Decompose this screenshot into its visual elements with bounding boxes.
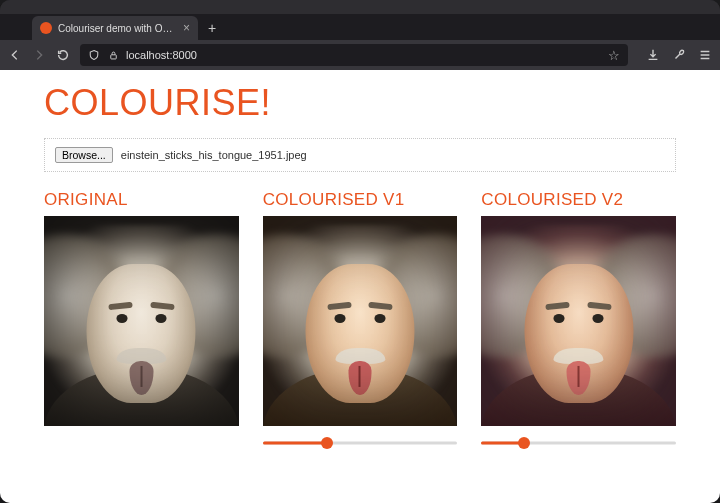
browser-window: Colouriser demo with OpenVIN… × + localh… (0, 0, 720, 503)
tab-close-icon[interactable]: × (183, 21, 190, 35)
new-tab-button[interactable]: + (198, 16, 226, 40)
column-v1: COLOURISED V1 (263, 190, 458, 450)
v1-slider[interactable] (263, 436, 458, 450)
window-titlebar (0, 0, 720, 14)
v2-heading: COLOURISED V2 (481, 190, 676, 210)
v2-image (481, 216, 676, 426)
browse-button[interactable]: Browse... (55, 147, 113, 163)
selected-filename: einstein_sticks_his_tongue_1951.jpeg (121, 149, 307, 161)
v1-image (263, 216, 458, 426)
ubuntu-favicon-icon (40, 22, 52, 34)
v1-heading: COLOURISED V1 (263, 190, 458, 210)
slider-thumb-icon[interactable] (321, 437, 333, 449)
url-text: localhost:8000 (126, 49, 197, 61)
settings-wrench-icon[interactable] (672, 48, 686, 62)
reload-icon[interactable] (56, 48, 70, 62)
original-heading: ORIGINAL (44, 190, 239, 210)
original-image (44, 216, 239, 426)
file-uploader: Browse... einstein_sticks_his_tongue_195… (44, 138, 676, 172)
svg-rect-0 (111, 55, 117, 59)
bookmark-star-icon[interactable]: ☆ (608, 48, 620, 63)
browser-tab-active[interactable]: Colouriser demo with OpenVIN… × (32, 16, 198, 40)
nav-back-icon[interactable] (8, 48, 22, 62)
page-title: COLOURISE! (44, 82, 676, 124)
downloads-icon[interactable] (646, 48, 660, 62)
shield-icon (88, 49, 100, 61)
tab-strip: Colouriser demo with OpenVIN… × + (0, 14, 720, 40)
page-viewport: COLOURISE! Browse... einstein_sticks_his… (0, 70, 720, 503)
hamburger-menu-icon[interactable] (698, 48, 712, 62)
nav-forward-icon[interactable] (32, 48, 46, 62)
slider-thumb-icon[interactable] (518, 437, 530, 449)
column-v2: COLOURISED V2 (481, 190, 676, 450)
lock-icon (108, 50, 118, 60)
column-original: ORIGINAL (44, 190, 239, 450)
tab-title: Colouriser demo with OpenVIN… (58, 23, 177, 34)
v2-slider[interactable] (481, 436, 676, 450)
address-bar[interactable]: localhost:8000 ☆ (80, 44, 628, 66)
browser-toolbar: localhost:8000 ☆ (0, 40, 720, 70)
